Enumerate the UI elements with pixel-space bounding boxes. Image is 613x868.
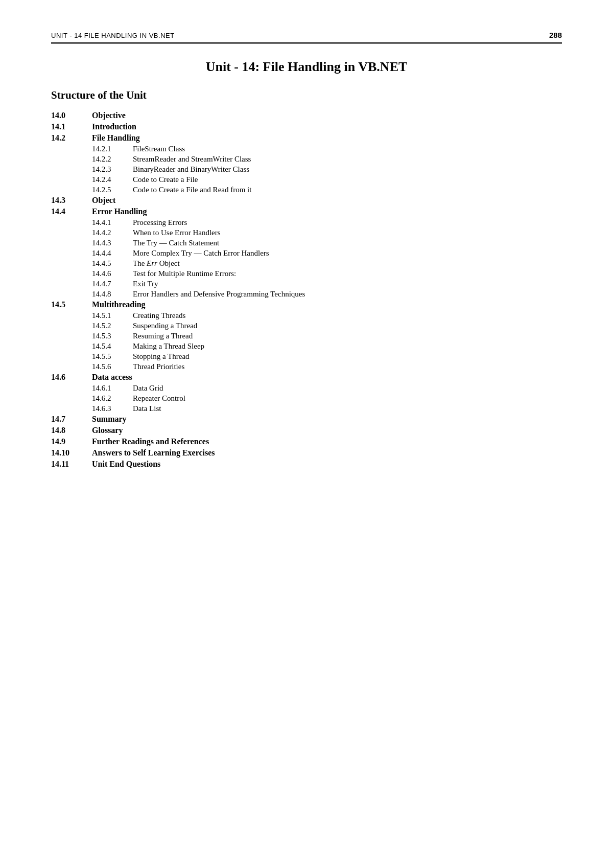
sub-text-14.4.1: Processing Errors [133, 218, 187, 227]
sub-num-14.2.1: 14.2.1 [92, 145, 133, 153]
sub-item-14.5.5: 14.5.5Stopping a Thread [51, 352, 562, 361]
sub-item-14.4.2: 14.4.2When to Use Error Handlers [51, 229, 562, 237]
toc-label-14.8: 14.8 [51, 426, 92, 435]
toc-text-14.9: Further Readings and References [92, 437, 209, 446]
sub-num-14.4.7: 14.4.7 [92, 280, 133, 288]
sub-list-14.4: 14.4.1Processing Errors14.4.2When to Use… [51, 218, 562, 299]
sub-item-14.5.2: 14.5.2Suspending a Thread [51, 322, 562, 330]
sub-text-14.4.7: Exit Try [133, 280, 158, 288]
toc-text-14.10: Answers to Self Learning Exercises [92, 448, 215, 458]
sub-num-14.4.8: 14.4.8 [92, 290, 133, 299]
toc-text-14.7: Summary [92, 415, 127, 424]
toc-text-14.11: Unit End Questions [92, 460, 160, 469]
sub-text-14.5.5: Stopping a Thread [133, 352, 190, 361]
sub-num-14.5.5: 14.5.5 [92, 352, 133, 361]
page-header: UNIT - 14 FILE HANDLING IN VB.NET 288 [51, 31, 562, 44]
sub-item-14.2.1: 14.2.1FileStream Class [51, 145, 562, 153]
sub-item-14.5.4: 14.5.4Making a Thread Sleep [51, 342, 562, 351]
sub-list-14.6: 14.6.1Data Grid14.6.2Repeater Control14.… [51, 384, 562, 413]
sub-item-14.2.2: 14.2.2StreamReader and StreamWriter Clas… [51, 155, 562, 164]
toc-item-14.1: 14.1Introduction [51, 122, 562, 131]
toc-label-14.0: 14.0 [51, 111, 92, 120]
sub-item-14.4.3: 14.4.3The Try — Catch Statement [51, 239, 562, 247]
sub-text-14.6.2: Repeater Control [133, 394, 185, 403]
toc-label-14.11: 14.11 [51, 460, 92, 469]
sub-item-14.4.1: 14.4.1Processing Errors [51, 218, 562, 227]
sub-text-14.4.2: When to Use Error Handlers [133, 229, 221, 237]
sub-item-14.4.5: 14.4.5The Err Object [51, 259, 562, 268]
sub-text-14.4.6: Test for Multiple Runtime Errors: [133, 269, 236, 278]
sub-item-14.5.1: 14.5.1Creating Threads [51, 311, 562, 320]
sub-num-14.5.4: 14.5.4 [92, 342, 133, 351]
sub-text-14.5.4: Making a Thread Sleep [133, 342, 204, 351]
sub-list-14.2: 14.2.1FileStream Class14.2.2StreamReader… [51, 145, 562, 194]
toc-label-14.2: 14.2 [51, 133, 92, 143]
sub-num-14.2.4: 14.2.4 [92, 175, 133, 184]
toc-text-14.1: Introduction [92, 122, 136, 131]
sub-text-14.6.3: Data List [133, 404, 161, 413]
sub-num-14.5.2: 14.5.2 [92, 322, 133, 330]
sub-item-14.5.6: 14.5.6Thread Priorities [51, 362, 562, 371]
toc-label-14.10: 14.10 [51, 448, 92, 458]
sub-text-14.5.1: Creating Threads [133, 311, 185, 320]
sub-num-14.4.6: 14.4.6 [92, 269, 133, 278]
sub-item-14.6.1: 14.6.1Data Grid [51, 384, 562, 393]
sub-list-14.5: 14.5.1Creating Threads14.5.2Suspending a… [51, 311, 562, 371]
sub-item-14.5.3: 14.5.3Resuming a Thread [51, 332, 562, 340]
sub-text-14.5.2: Suspending a Thread [133, 322, 197, 330]
toc-label-14.1: 14.1 [51, 122, 92, 131]
sub-text-14.4.3: The Try — Catch Statement [133, 239, 219, 247]
toc-label-14.4: 14.4 [51, 207, 92, 216]
page: UNIT - 14 FILE HANDLING IN VB.NET 288 Un… [0, 0, 613, 868]
sub-text-14.5.6: Thread Priorities [133, 362, 184, 371]
sub-num-14.2.5: 14.2.5 [92, 186, 133, 194]
toc-item-14.11: 14.11Unit End Questions [51, 460, 562, 469]
header-page-number: 288 [549, 31, 562, 39]
toc-item-14.2: 14.2File Handling [51, 133, 562, 143]
sub-num-14.5.6: 14.5.6 [92, 362, 133, 371]
toc-item-14.6: 14.6Data access [51, 373, 562, 382]
sub-item-14.2.4: 14.2.4Code to Create a File [51, 175, 562, 184]
sub-num-14.5.1: 14.5.1 [92, 311, 133, 320]
sub-text-14.5.3: Resuming a Thread [133, 332, 193, 340]
sub-num-14.6.3: 14.6.3 [92, 404, 133, 413]
sub-num-14.6.1: 14.6.1 [92, 384, 133, 393]
toc-text-14.8: Glossary [92, 426, 123, 435]
toc-item-14.4: 14.4Error Handling [51, 207, 562, 216]
toc-item-14.8: 14.8Glossary [51, 426, 562, 435]
header-unit-label: UNIT - 14 FILE HANDLING IN VB.NET [51, 32, 175, 39]
toc-text-14.2: File Handling [92, 133, 140, 143]
sub-item-14.2.3: 14.2.3BinaryReader and BinaryWriter Clas… [51, 165, 562, 174]
sub-text-14.4.8: Error Handlers and Defensive Programming… [133, 290, 305, 299]
sub-item-14.4.4: 14.4.4More Complex Try — Catch Error Han… [51, 249, 562, 258]
toc-item-14.9: 14.9Further Readings and References [51, 437, 562, 446]
sub-text-14.2.4: Code to Create a File [133, 175, 198, 184]
sub-item-14.4.6: 14.4.6Test for Multiple Runtime Errors: [51, 269, 562, 278]
sub-num-14.4.5: 14.4.5 [92, 259, 133, 268]
toc-text-14.0: Objective [92, 111, 126, 120]
sub-num-14.4.3: 14.4.3 [92, 239, 133, 247]
unit-title: Unit - 14: File Handling in VB.NET [51, 59, 562, 75]
sub-text-14.4.4: More Complex Try — Catch Error Handlers [133, 249, 269, 258]
sub-item-14.6.3: 14.6.3Data List [51, 404, 562, 413]
sub-item-14.2.5: 14.2.5Code to Create a File and Read fro… [51, 186, 562, 194]
toc-text-14.4: Error Handling [92, 207, 147, 216]
toc-text-14.5: Multithreading [92, 300, 146, 309]
toc-label-14.9: 14.9 [51, 437, 92, 446]
toc-text-14.3: Object [92, 196, 115, 205]
sub-num-14.4.1: 14.4.1 [92, 218, 133, 227]
toc-label-14.3: 14.3 [51, 196, 92, 205]
sub-text-14.2.2: StreamReader and StreamWriter Class [133, 155, 251, 164]
sub-num-14.2.3: 14.2.3 [92, 165, 133, 174]
sub-text-14.2.3: BinaryReader and BinaryWriter Class [133, 165, 249, 174]
sub-text-14.2.1: FileStream Class [133, 145, 185, 153]
toc-label-14.6: 14.6 [51, 373, 92, 382]
sub-num-14.4.2: 14.4.2 [92, 229, 133, 237]
sub-num-14.4.4: 14.4.4 [92, 249, 133, 258]
sub-num-14.2.2: 14.2.2 [92, 155, 133, 164]
toc-item-14.0: 14.0Objective [51, 111, 562, 120]
sub-item-14.4.8: 14.4.8Error Handlers and Defensive Progr… [51, 290, 562, 299]
sub-text-14.4.5: The Err Object [133, 259, 180, 268]
sub-num-14.6.2: 14.6.2 [92, 394, 133, 403]
sub-num-14.5.3: 14.5.3 [92, 332, 133, 340]
